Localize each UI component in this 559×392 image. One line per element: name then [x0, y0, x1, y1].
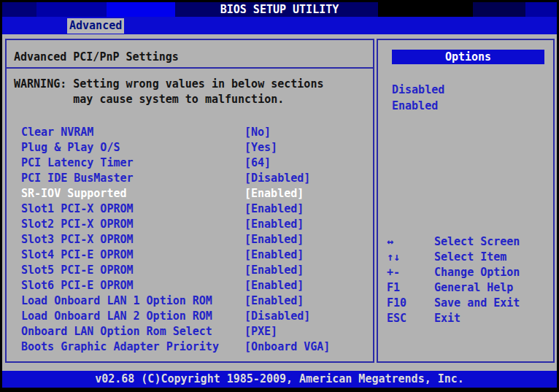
copyright-text: v02.68 (C)Copyright 1985-2009, American …	[95, 372, 464, 385]
setting-value: [Enabled]	[244, 278, 304, 293]
setting-row[interactable]: PCI Latency Timer[64]	[7, 155, 373, 171]
setting-value: [PXE]	[244, 324, 277, 339]
setting-row[interactable]: Onboard LAN Option Rom Select[PXE]	[7, 324, 373, 339]
setting-label: Slot1 PCI-X OPROM	[21, 201, 244, 217]
settings-list: Clear NVRAM[No]Plug & Play O/S[Yes]PCI L…	[7, 125, 373, 355]
setting-row[interactable]: Slot5 PCI-E OPROM[Enabled]	[7, 263, 373, 278]
hotkey-action: Select Item	[434, 250, 506, 265]
setting-label: Onboard LAN Option Rom Select	[21, 324, 244, 339]
hotkey-key: ESC	[387, 311, 434, 326]
hotkey-key: F10	[387, 296, 434, 311]
option-value: Enabled	[392, 98, 553, 114]
hotkey-row: ↔Select Screen	[378, 234, 553, 250]
setting-value: [Yes]	[244, 140, 277, 155]
setting-row[interactable]: Clear NVRAM[No]	[7, 125, 373, 140]
warning-line-1: WARNING: Setting wrong values in below s…	[7, 77, 373, 92]
setting-label: Plug & Play O/S	[21, 140, 244, 155]
setting-row[interactable]: Slot6 PCI-E OPROM[Enabled]	[7, 278, 373, 293]
warning-line-2: may cause system to malfunction.	[7, 92, 373, 107]
setting-label: Slot5 PCI-E OPROM	[21, 263, 244, 278]
setting-row[interactable]: PCI IDE BusMaster[Disabled]	[7, 171, 373, 186]
setting-value: [Enabled]	[244, 293, 304, 309]
help-panel: Options DisabledEnabled ↔Select Screen↑↓…	[377, 39, 555, 363]
hotkey-action: Exit	[434, 311, 460, 326]
setting-value: [No]	[244, 125, 271, 140]
hotkey-key: +-	[387, 265, 434, 280]
copyright-bar: v02.68 (C)Copyright 1985-2009, American …	[2, 371, 557, 388]
hotkey-row: ESCExit	[378, 311, 553, 326]
hotkey-row: F1General Help	[378, 280, 553, 296]
app-title: BIOS SETUP UTILITY	[220, 3, 339, 16]
menu-bar: Advanced	[2, 17, 557, 34]
setting-label: Load Onboard LAN 2 Option ROM	[21, 309, 244, 324]
setting-label: Load Onboard LAN 1 Option ROM	[21, 293, 244, 309]
setting-row[interactable]: Boots Graphic Adapter Priority[Onboard V…	[7, 339, 373, 355]
warning-text: WARNING: Setting wrong values in below s…	[7, 77, 373, 107]
hotkey-row: F10Save and Exit	[378, 296, 553, 311]
setting-row[interactable]: Load Onboard LAN 1 Option ROM[Enabled]	[7, 293, 373, 309]
setting-row[interactable]: SR-IOV Supported[Enabled]	[7, 186, 373, 201]
setting-label: Slot2 PCI-X OPROM	[21, 217, 244, 232]
hotkey-key: ↔	[387, 234, 434, 250]
hotkey-action: General Help	[434, 280, 513, 296]
setting-value: [Disabled]	[244, 309, 310, 324]
hotkey-legend: ↔Select Screen↑↓Select Item+-Change Opti…	[378, 234, 553, 326]
hotkey-key: ↑↓	[387, 250, 434, 265]
setting-value: [Enabled]	[244, 201, 304, 217]
setting-label: Slot4 PCI-E OPROM	[21, 247, 244, 263]
setting-row[interactable]: Plug & Play O/S[Yes]	[7, 140, 373, 155]
setting-row[interactable]: Slot4 PCI-E OPROM[Enabled]	[7, 247, 373, 263]
hotkey-row: ↑↓Select Item	[378, 250, 553, 265]
setting-value: [Enabled]	[244, 232, 304, 247]
setting-value: [Onboard VGA]	[244, 339, 330, 355]
setting-label: Boots Graphic Adapter Priority	[21, 339, 244, 355]
setting-label: Slot3 PCI-X OPROM	[21, 232, 244, 247]
setting-value: [Disabled]	[244, 171, 310, 186]
title-bar: BIOS SETUP UTILITY	[2, 2, 557, 17]
setting-label: PCI Latency Timer	[21, 155, 244, 171]
setting-value: [Enabled]	[244, 186, 304, 201]
setting-row[interactable]: Slot3 PCI-X OPROM[Enabled]	[7, 232, 373, 247]
setting-label: SR-IOV Supported	[21, 186, 244, 201]
setting-value: [Enabled]	[244, 247, 304, 263]
options-header: Options	[392, 50, 544, 64]
setting-value: [64]	[244, 155, 271, 171]
hotkey-row: +-Change Option	[378, 265, 553, 280]
settings-panel: Advanced PCI/PnP Settings WARNING: Setti…	[5, 39, 374, 363]
tab-advanced[interactable]: Advanced	[67, 18, 124, 34]
main-area: Advanced PCI/PnP Settings WARNING: Setti…	[2, 34, 557, 371]
bios-setup-screen: BIOS SETUP UTILITY Advanced Advanced PCI…	[0, 0, 559, 392]
page-title: Advanced PCI/PnP Settings	[7, 50, 373, 64]
setting-value: [Enabled]	[244, 263, 304, 278]
setting-value: [Enabled]	[244, 217, 304, 232]
heading-divider	[7, 67, 373, 69]
hotkey-action: Select Screen	[434, 234, 520, 250]
hotkey-action: Save and Exit	[434, 296, 520, 311]
setting-row[interactable]: Load Onboard LAN 2 Option ROM[Disabled]	[7, 309, 373, 324]
setting-row[interactable]: Slot1 PCI-X OPROM[Enabled]	[7, 201, 373, 217]
setting-label: PCI IDE BusMaster	[21, 171, 244, 186]
setting-row[interactable]: Slot2 PCI-X OPROM[Enabled]	[7, 217, 373, 232]
option-value: Disabled	[392, 82, 553, 98]
hotkey-action: Change Option	[434, 265, 520, 280]
options-list: DisabledEnabled	[378, 82, 553, 114]
setting-label: Slot6 PCI-E OPROM	[21, 278, 244, 293]
setting-label: Clear NVRAM	[21, 125, 244, 140]
hotkey-key: F1	[387, 280, 434, 296]
